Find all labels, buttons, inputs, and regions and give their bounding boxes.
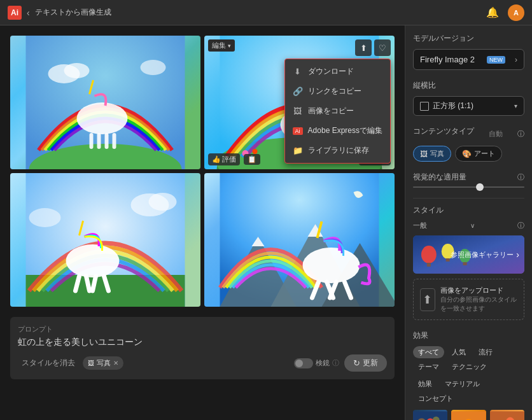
art-icon: 🎨 [462,150,472,158]
tag-close-icon[interactable]: ✕ [113,360,118,367]
content-btn-photo[interactable]: 🖼 写真 [413,146,451,162]
paper-cut-thumb [451,410,486,420]
enhance-toggle: 検鏡 ⓘ [294,358,339,368]
toggle-knob [295,360,303,367]
link-icon: 🔗 [293,87,303,96]
svg-rect-6 [97,133,101,149]
image-cell-4[interactable] [204,173,395,307]
topbar: Ai ‹ テキストから画像生成 🔔 A [0,0,532,25]
action-icons-bottom: 👍 評価 📋 [208,153,260,165]
rate-button[interactable]: 👍 評価 [208,153,240,165]
copy-image-icon: 🖼 [293,106,303,116]
upload-card[interactable]: ⬆ 画像をアップロード 自分の参照画像のスタイルを一致させます [413,279,524,320]
ref-gallery-card[interactable]: 参照画像ギャラリー › [413,235,524,274]
upload-sub-label: 自分の参照画像のスタイルを一致させます [440,295,517,313]
general-info-icon[interactable]: ⓘ [517,221,524,230]
content-type-title: コンテンツタイプ [413,126,474,137]
favorite-icon[interactable]: ♡ [374,39,391,56]
synthwave-thumb [490,410,524,420]
effects-section: 効果 すべて 人気 流行 テーマ テクニック 効果 マテリアル コンセプト [413,330,524,420]
effects-tab-theme[interactable]: テーマ [413,361,444,373]
visual-match-title: 視覚的な適用量 [413,172,466,183]
effects-tab-trending[interactable]: 流行 [473,346,498,358]
menu-copy-image[interactable]: 🖼 画像をコピー [285,101,390,121]
aspect-section: 縦横比 正方形 (1:1) ▾ [413,80,524,116]
style-title: スタイル [413,205,524,216]
effects-tabs: すべて 人気 流行 テーマ テクニック [413,346,524,373]
style-section: スタイル 一般 ∨ ⓘ [413,205,524,320]
sidebar: モデルバージョン Firefly Image 2 NEW › 縦横比 正方形 (… [405,25,532,420]
svg-rect-53 [427,263,431,267]
upload-text-area: 画像をアップロード 自分の参照画像のスタイルを一致させます [440,286,517,313]
prompt-text: 虹の上を走る美しいユニコーン [18,337,387,348]
content-type-section: コンテンツタイプ 自動 ⓘ 🖼 写真 🎨 アート [413,126,524,162]
visual-match-slider[interactable] [413,186,524,188]
edit-badge[interactable]: 編集 ▾ [208,39,235,52]
aspect-label: 正方形 (1:1) [433,101,510,111]
aspect-arrow-icon: ▾ [514,102,517,109]
ref-gallery-label: 参照画像ギャラリー [451,250,514,260]
effect-bokeh[interactable]: ボケ効果 [413,410,447,420]
menu-save-library[interactable]: 📁 ライブラリに保存 [285,141,390,160]
aspect-section-title: 縦横比 [413,80,524,91]
effects-title: 効果 [413,330,524,341]
svg-rect-57 [463,262,467,265]
svg-point-28 [66,244,120,277]
menu-copy-link[interactable]: 🔗 リンクをコピー [285,81,390,101]
effect-paper-cut[interactable]: 彫紙 [451,410,486,420]
image-4 [204,173,395,307]
image-cell-3[interactable] [10,173,200,307]
slider-knob [476,183,484,191]
effects-tab-all[interactable]: すべて [413,346,444,358]
adobe-icon: Ai [293,127,303,135]
general-label: 一般 [413,221,427,230]
copy-button[interactable]: 📋 [244,154,260,165]
svg-rect-66 [451,411,486,420]
image-cell-2[interactable]: 編集 ▾ ⬆ ♡ 👍 評価 📋 [204,36,395,169]
content-area: 編集 ▾ ⬆ ♡ 👍 評価 📋 [0,25,405,420]
app-logo: Ai [8,6,22,20]
model-section: モデルバージョン Firefly Image 2 NEW › [413,33,524,70]
effects-tab-technique[interactable]: テクニック [447,361,492,373]
prompt-tags: スタイルを消去 🖼 写真 ✕ [18,356,123,370]
effect-synthwave[interactable]: シンセウェーブ [490,410,524,420]
svg-point-10 [64,63,90,78]
model-section-title: モデルバージョン [413,33,524,44]
content-type-info-icon[interactable]: ⓘ [517,129,524,139]
library-icon: 📁 [293,146,303,155]
prompt-label: プロンプト [18,325,387,334]
effects-sub-tabs: 効果 マテリアル コンセプト [413,378,524,405]
download-icon: ⬇ [293,67,303,76]
visual-match-info-icon[interactable]: ⓘ [517,172,524,182]
image-1 [10,36,200,169]
back-button[interactable]: ‹ [27,8,30,18]
enhance-info-icon: ⓘ [332,358,339,368]
prompt-controls: スタイルを消去 🖼 写真 ✕ 検鏡 ⓘ [18,354,387,372]
visual-match-slider-row [413,186,524,188]
model-badge: NEW [487,56,505,64]
svg-line-32 [87,276,90,291]
model-select-button[interactable]: Firefly Image 2 NEW › [413,49,524,70]
image-cell-1[interactable] [10,36,200,169]
notification-button[interactable]: 🔔 [484,4,501,22]
enhance-switch[interactable] [294,358,313,368]
share-icon[interactable]: ⬆ [355,39,372,56]
general-chevron-icon[interactable]: ∨ [470,222,475,229]
menu-adobe-express[interactable]: Ai Adobe Expressで編集 [285,121,390,141]
effects-sub-tab-effect[interactable]: 効果 [413,378,437,390]
svg-rect-55 [446,258,450,262]
effects-tab-popular[interactable]: 人気 [447,346,471,358]
effects-sub-tab-concept[interactable]: コンセプト [413,393,458,405]
svg-rect-5 [90,133,94,149]
menu-download[interactable]: ⬇ ダウンロード [285,62,390,81]
rate-icon: 👍 [212,155,221,164]
generate-button[interactable]: ↻ 更新 [344,354,387,372]
effects-sub-tab-material[interactable]: マテリアル [440,378,485,390]
context-menu: ⬇ ダウンロード 🔗 リンクをコピー 🖼 画像をコピー Ai Adobe Exp… [284,59,391,164]
photo-tag[interactable]: 🖼 写真 ✕ [83,356,123,370]
clear-style-button[interactable]: スタイルを消去 [18,356,79,370]
avatar[interactable]: A [508,4,524,21]
aspect-select[interactable]: 正方形 (1:1) ▾ [413,96,524,116]
svg-point-44 [303,248,360,283]
content-btn-art[interactable]: 🎨 アート [455,146,502,162]
